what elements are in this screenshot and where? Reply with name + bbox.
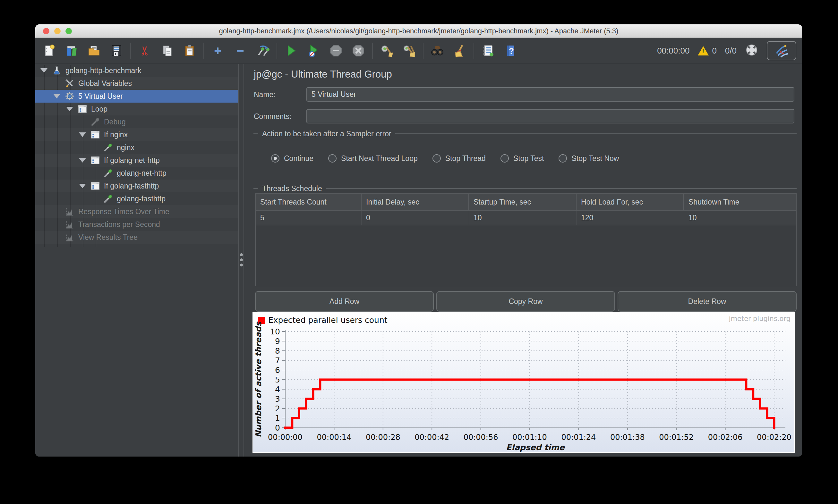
radio-icon[interactable] bbox=[433, 154, 441, 163]
start-icon[interactable] bbox=[284, 43, 298, 58]
table-cell[interactable]: 5 bbox=[256, 211, 362, 225]
warning-count: 0 bbox=[712, 46, 716, 56]
name-input[interactable] bbox=[307, 87, 795, 102]
tree-item-loop[interactable]: Loop bbox=[35, 103, 238, 115]
new-file-icon[interactable] bbox=[42, 43, 56, 58]
log-warnings[interactable]: ! 0 bbox=[698, 46, 716, 56]
comments-label: Comments: bbox=[254, 112, 292, 121]
expander-down-icon[interactable] bbox=[40, 68, 48, 73]
expander-down-icon[interactable] bbox=[79, 132, 86, 137]
radio-continue[interactable]: Continue bbox=[271, 154, 313, 163]
toggle-icon[interactable] bbox=[256, 43, 270, 58]
column-header-start-threads-count[interactable]: Start Threads Count bbox=[256, 194, 362, 210]
tree-item-5-virtual-user[interactable]: 5 Virtual User bbox=[35, 90, 238, 103]
table-cell[interactable]: 10 bbox=[469, 211, 577, 225]
y-tick-label: 10 bbox=[270, 327, 280, 336]
column-header-startup-time-sec[interactable]: Startup Time, sec bbox=[469, 194, 577, 210]
expander-down-icon[interactable] bbox=[79, 184, 86, 188]
search-icon[interactable] bbox=[430, 43, 445, 58]
stop-icon[interactable] bbox=[329, 43, 343, 58]
add-icon[interactable]: + bbox=[210, 43, 225, 58]
copy-row-button[interactable]: Copy Row bbox=[436, 291, 615, 312]
radio-icon[interactable] bbox=[501, 154, 509, 163]
tree-item-if-golang-fasthttp[interactable]: If golang-fasthttp bbox=[35, 180, 238, 192]
chart-watermark: jmeter-plugins.org bbox=[729, 315, 790, 323]
radio-stop-thread[interactable]: Stop Thread bbox=[433, 154, 486, 163]
cut-icon[interactable]: ✂ bbox=[137, 43, 152, 58]
controller-icon bbox=[90, 130, 100, 140]
radio-stop-test-now[interactable]: Stop Test Now bbox=[559, 154, 619, 163]
panel-splitter[interactable] bbox=[238, 64, 244, 456]
tree-item-response-times-over-time[interactable]: Response Times Over Time bbox=[35, 205, 238, 218]
tree-item-nginx[interactable]: nginx bbox=[35, 141, 238, 154]
test-plan-flask-icon bbox=[52, 66, 62, 75]
splitter-handle-icon[interactable] bbox=[240, 253, 243, 266]
sampler-error-group: Action to be taken after a Sampler error bbox=[254, 127, 797, 141]
tree-item-if-nginx[interactable]: If nginx bbox=[35, 128, 238, 141]
tree-item-golang-net-http[interactable]: golang-net-http bbox=[35, 167, 238, 180]
expander-down-icon[interactable] bbox=[66, 107, 73, 111]
expander-down-icon[interactable] bbox=[53, 94, 60, 98]
delete-row-button[interactable]: Delete Row bbox=[617, 291, 797, 312]
y-tick-label: 7 bbox=[275, 356, 280, 365]
tree-item-view-results-tree[interactable]: View Results Tree bbox=[35, 231, 238, 244]
config-panel: jp@gc - Ultimate Thread Group Name: Comm… bbox=[244, 64, 802, 456]
copy-icon[interactable] bbox=[160, 43, 175, 58]
comments-input[interactable] bbox=[307, 109, 795, 123]
tree-item-golang-http-benchmark[interactable]: golang-http-benchmark bbox=[35, 64, 238, 77]
jmeter-mascot-button[interactable] bbox=[767, 41, 796, 60]
x-tick-label: 00:00:56 bbox=[464, 433, 498, 442]
radio-label: Stop Test bbox=[513, 154, 544, 163]
clear-all-icon[interactable] bbox=[402, 43, 416, 58]
table-cell[interactable]: 10 bbox=[684, 211, 796, 225]
threads-schedule-title: Threads Schedule bbox=[258, 184, 326, 193]
paste-icon[interactable] bbox=[182, 43, 197, 58]
radio-stop-test[interactable]: Stop Test bbox=[501, 154, 544, 163]
tree-item-label: View Results Tree bbox=[78, 233, 138, 242]
clear-icon[interactable] bbox=[379, 43, 394, 58]
dropper-icon bbox=[103, 143, 113, 152]
radio-start-next-thread-loop[interactable]: Start Next Thread Loop bbox=[328, 154, 418, 163]
tree-item-transactions-per-second[interactable]: Transactions per Second bbox=[35, 218, 238, 231]
help-icon[interactable]: ? bbox=[503, 43, 518, 58]
radio-selected-icon[interactable] bbox=[271, 154, 279, 163]
chart-listener-icon bbox=[65, 220, 74, 229]
tree-item-golang-fasthttp[interactable]: golang-fasthttp bbox=[35, 192, 238, 205]
shutdown-icon[interactable] bbox=[351, 43, 366, 58]
column-header-hold-load-for-sec[interactable]: Hold Load For, sec bbox=[577, 194, 684, 210]
radio-label: Continue bbox=[284, 154, 313, 163]
tree-item-global-variables[interactable]: Global Variables bbox=[35, 77, 238, 90]
chart-listener-icon bbox=[65, 232, 74, 242]
table-cell[interactable]: 0 bbox=[362, 211, 469, 225]
remove-icon[interactable]: − bbox=[233, 43, 248, 58]
y-tick-label: 2 bbox=[275, 404, 280, 413]
title-bar[interactable]: golang-http-benchmark.jmx (/Users/nicola… bbox=[35, 24, 802, 38]
radio-icon[interactable] bbox=[559, 154, 567, 163]
svg-text:?: ? bbox=[509, 46, 514, 56]
x-tick-label: 00:01:24 bbox=[561, 433, 596, 442]
jmeter-window: golang-http-benchmark.jmx (/Users/nicola… bbox=[35, 24, 802, 456]
tree-item-debug[interactable]: Debug bbox=[35, 115, 238, 128]
start-no-timers-icon[interactable] bbox=[306, 43, 321, 58]
templates-icon[interactable] bbox=[64, 43, 79, 58]
radio-icon[interactable] bbox=[328, 154, 336, 163]
dropper-icon bbox=[103, 168, 113, 178]
add-row-button[interactable]: Add Row bbox=[255, 291, 434, 312]
threads-schedule-table[interactable]: Start Threads CountInitial Delay, secSta… bbox=[255, 193, 797, 286]
table-cell[interactable]: 120 bbox=[577, 211, 684, 225]
table-row[interactable]: 501012010 bbox=[256, 211, 796, 226]
tree-item-label: golang-http-benchmark bbox=[66, 66, 141, 75]
y-tick-label: 9 bbox=[275, 337, 280, 346]
tree-item-if-golang-net-http[interactable]: If golang-net-http bbox=[35, 154, 238, 167]
column-header-shutdown-time[interactable]: Shutdown Time bbox=[684, 194, 796, 210]
sampler-error-options: ContinueStart Next Thread LoopStop Threa… bbox=[271, 151, 619, 165]
elapsed-timer: 00:00:00 bbox=[657, 46, 689, 56]
column-header-initial-delay-sec[interactable]: Initial Delay, sec bbox=[362, 194, 469, 210]
expander-down-icon[interactable] bbox=[79, 158, 86, 163]
open-file-icon[interactable] bbox=[87, 43, 101, 58]
save-icon[interactable] bbox=[109, 43, 124, 58]
function-helper-icon[interactable] bbox=[481, 43, 495, 58]
clear-search-icon[interactable] bbox=[452, 43, 467, 58]
toolbar-status-area: 00:00:00 ! 0 0/0 bbox=[657, 41, 802, 60]
y-tick-label: 5 bbox=[275, 375, 280, 384]
